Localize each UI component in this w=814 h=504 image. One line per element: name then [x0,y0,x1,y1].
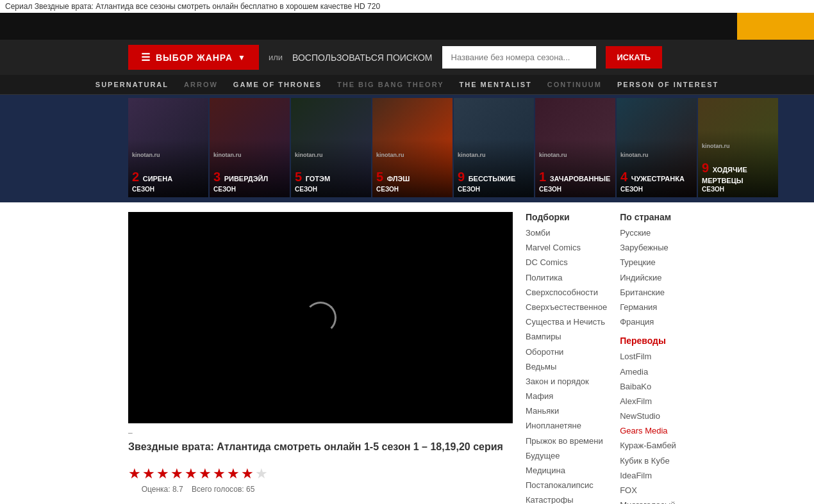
poster-item-3[interactable]: KINOTAN.RU5 ФЛЭШСЕЗОН [372,98,453,197]
stars-row: ★ ★ ★ ★ ★ ★ ★ ★ ★ ★ [128,466,268,482]
by-country-heading: По странам [620,212,686,222]
video-title: Звездные врата: Атлантида смотреть онлай… [128,440,513,454]
country-link-5[interactable]: Германия [620,302,686,313]
collection-link-2[interactable]: DC Comics [526,257,607,268]
collection-link-3[interactable]: Политика [526,272,607,284]
collection-link-11[interactable]: Мафия [526,391,607,402]
poster-item-2[interactable]: KINOTAN.RU5 ГОТЭМСЕЗОН [291,98,371,197]
countries-column: По странам РусскиеЗарубежныеТурецкиеИнди… [620,212,686,504]
translations-links: LostFilmAmediaBaibaKoAlexFilmNewStudioGe… [620,351,686,504]
show-logo-2: GAME OF THRONES [226,78,329,91]
poster-item-0[interactable]: KINOTAN.RU2 СИРЕНАСЕЗОН [128,98,208,197]
star-2[interactable]: ★ [142,466,155,482]
collection-link-0[interactable]: Зомби [526,227,607,239]
poster-item-5[interactable]: KINOTAN.RU1 ЗАЧАРОВАННЫЕСЕЗОН [535,98,615,197]
country-link-0[interactable]: Русские [620,227,686,239]
collection-link-5[interactable]: Сверхъестественное [526,302,607,313]
translation-link-0[interactable]: LostFilm [620,351,686,362]
video-dash: – [128,428,513,437]
star-3[interactable]: ★ [156,466,169,482]
country-link-2[interactable]: Турецкие [620,257,686,268]
sidebar: Подборки ЗомбиMarvel ComicsDC ComicsПоли… [526,212,686,504]
sidebar-columns: Подборки ЗомбиMarvel ComicsDC ComicsПоли… [526,212,686,504]
collection-link-16[interactable]: Медицина [526,465,607,476]
collection-link-4[interactable]: Сверхспособности [526,287,607,298]
main-content: – Звездные врата: Атлантида смотреть онл… [0,202,814,504]
rating-section: ★ ★ ★ ★ ★ ★ ★ ★ ★ ★ Оценка: 8.7 Всего го… [128,459,513,500]
star-1[interactable]: ★ [128,466,141,482]
star-8[interactable]: ★ [227,466,240,482]
poster-item-6[interactable]: KINOTAN.RU4 ЧУЖЕСТРАНКАСЕЗОН [617,98,697,197]
star-4[interactable]: ★ [170,466,183,482]
country-link-6[interactable]: Франция [620,316,686,328]
votes-value: 65 [246,485,254,494]
rating-label: Оценка: [142,485,170,494]
show-logo-5: CONTINUUM [540,78,610,91]
show-logo-4: THE MENTALIST [452,78,540,91]
collection-link-6[interactable]: Существа и Нечисть [526,316,607,328]
shows-bar: SUPERNATURALARROWGAME OF THRONESTHE BIG … [0,75,814,95]
page-title-text: Сериал Звездные врата: Атлантида все сез… [5,2,380,11]
rating-value: 8.7 [172,485,183,494]
collection-link-17[interactable]: Постапокалипсис [526,480,607,491]
star-9[interactable]: ★ [241,466,254,482]
translation-link-1[interactable]: Amedia [620,366,686,378]
translation-link-5[interactable]: Gears Media [620,425,686,437]
collection-link-7[interactable]: Вампиры [526,331,607,343]
show-logo-0: SUPERNATURAL [88,78,176,91]
search-button[interactable]: ИСКАТЬ [606,46,663,69]
poster-carousel: KINOTAN.RU2 СИРЕНАСЕЗОНKINOTAN.RU3 РИВЕР… [0,95,814,202]
poster-item-1[interactable]: KINOTAN.RU3 РИВЕРДЭЙЛСЕЗОН [210,98,290,197]
countries-links: РусскиеЗарубежныеТурецкиеИндийскиеБритан… [620,227,686,328]
collection-link-8[interactable]: Оборотни [526,346,607,358]
star-10[interactable]: ★ [255,466,268,482]
collections-column: Подборки ЗомбиMarvel ComicsDC ComicsПоли… [526,212,607,504]
title-bar: Сериал Звездные врата: Атлантида все сез… [0,0,814,13]
video-player[interactable] [128,212,513,423]
top-banner-ad [737,13,814,40]
collection-link-9[interactable]: Ведьмы [526,361,607,373]
show-logo-1: ARROW [176,78,226,91]
genre-button-label: ВЫБОР ЖАНРА [156,53,233,63]
translation-link-9[interactable]: FOX [620,485,686,496]
genre-bar: ☰ ВЫБОР ЖАНРА ▼ или ВОСПОЛЬЗОВАТЬСЯ ПОИС… [0,40,814,75]
collection-link-10[interactable]: Закон и порядок [526,376,607,387]
translations-heading: Переводы [620,336,686,346]
translation-link-7[interactable]: Кубик в Кубе [620,455,686,467]
star-6[interactable]: ★ [199,466,212,482]
show-logo-6: PERSON OF INTEREST [610,78,726,91]
loading-spinner [304,302,336,334]
poster-item-7[interactable]: KINOTAN.RU9 ХОДЯЧИЕ МЕРТВЕЦЫСЕЗОН [698,98,778,197]
collection-link-18[interactable]: Катастрофы [526,494,607,504]
collection-link-12[interactable]: Маньяки [526,405,607,417]
collection-link-15[interactable]: Будущее [526,450,607,462]
hamburger-icon: ☰ [141,51,151,63]
star-5[interactable]: ★ [185,466,197,482]
translation-link-2[interactable]: BaibaKo [620,381,686,393]
poster-item-4[interactable]: KINOTAN.RU9 БЕССТЫЖИЕСЕЗОН [454,98,534,197]
video-title-area: – Звездные врата: Атлантида смотреть онл… [128,423,513,459]
or-text: или [269,53,283,62]
star-7[interactable]: ★ [213,466,226,482]
translation-link-8[interactable]: IdeaFilm [620,470,686,482]
use-search-text: ВОСПОЛЬЗОВАТЬСЯ ПОИСКОМ [292,53,432,63]
collection-link-13[interactable]: Инопланетяне [526,420,607,432]
rating-info: Оценка: 8.7 Всего голосов: 65 [128,485,268,494]
votes-label: Всего голосов: [192,485,244,494]
chevron-down-icon: ▼ [238,53,246,62]
collection-link-1[interactable]: Marvel Comics [526,242,607,254]
video-section: – Звездные врата: Атлантида смотреть онл… [128,212,513,504]
translation-link-10[interactable]: Многоголосый [620,500,686,504]
genre-button[interactable]: ☰ ВЫБОР ЖАНРА ▼ [128,45,259,70]
country-link-1[interactable]: Зарубежные [620,242,686,254]
collections-heading: Подборки [526,212,607,222]
search-input[interactable] [442,46,596,69]
search-button-label: ИСКАТЬ [617,53,651,62]
translation-link-6[interactable]: Кураж-Бамбей [620,440,686,451]
country-link-3[interactable]: Индийские [620,272,686,284]
collection-link-14[interactable]: Прыжок во времени [526,435,607,447]
translation-link-4[interactable]: NewStudio [620,411,686,422]
country-link-4[interactable]: Британские [620,287,686,298]
top-banner [0,13,814,40]
translation-link-3[interactable]: AlexFilm [620,396,686,407]
